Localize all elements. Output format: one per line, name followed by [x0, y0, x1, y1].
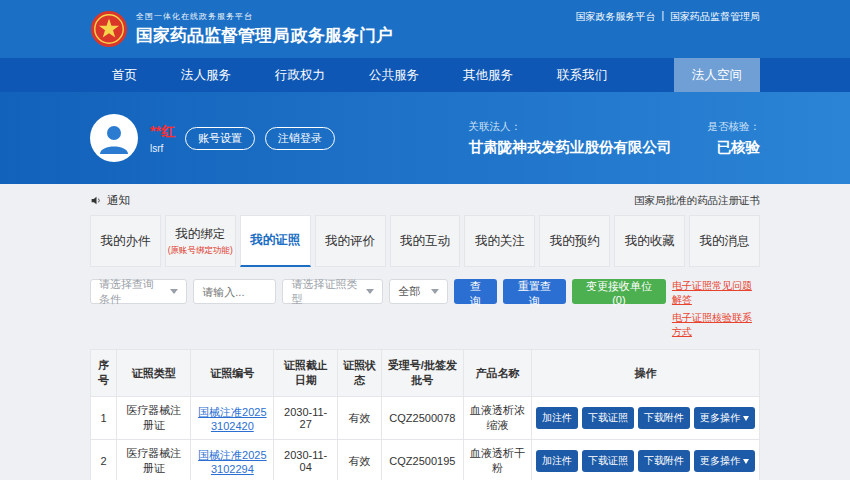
cert-status: 有效 — [337, 440, 381, 480]
notice-link[interactable]: 国家局批准的药品注册证书 — [634, 194, 760, 208]
accept-number: CQZ2500078 — [381, 397, 463, 440]
link-national-gov-platform[interactable]: 国家政务服务平台 — [575, 10, 655, 24]
avatar — [90, 114, 138, 162]
cert-expiry: 2030-11-04 — [274, 440, 337, 480]
cert-number-link[interactable]: 国械注准20253102294 — [198, 449, 266, 475]
keyword-input[interactable] — [202, 286, 267, 298]
nav-item-legal-services[interactable]: 法人服务 — [159, 58, 253, 92]
filter-bar: 请选择查询条件 请选择证照类型 全部 查询 重置查询 变更接收单位(0) 电子证… — [90, 279, 760, 339]
cert-faq-link[interactable]: 电子证照常见问题解答 — [672, 279, 760, 307]
user-login-id: lsrf — [150, 143, 175, 154]
cert-verify-contact-link[interactable]: 电子证照核验联系方式 — [672, 311, 760, 339]
verify-label: 是否核验： — [708, 120, 761, 134]
cert-number-link[interactable]: 国械注准20253102420 — [198, 406, 266, 432]
company-name: 甘肃陇神戎发药业股份有限公司 — [469, 138, 672, 157]
table-row: 1 医疗器械注册证 国械注准20253102420 2030-11-27 有效 … — [91, 397, 760, 440]
tab-my-appointments[interactable]: 我的预约 — [539, 215, 610, 267]
product-name: 血液透析浓缩液 — [463, 397, 531, 440]
keyword-input-wrap — [193, 279, 276, 304]
cert-type: 医疗器械注册证 — [117, 440, 191, 480]
speaker-icon — [90, 194, 103, 207]
site-header: 全国一体化在线政务服务平台 国家药品监督管理局政务服务门户 国家政务服务平台 |… — [0, 0, 850, 58]
reset-query-button[interactable]: 重置查询 — [503, 279, 566, 304]
download-attachment-button[interactable]: 下载附件 — [638, 407, 690, 429]
cert-type-select[interactable]: 请选择证照类型 — [282, 279, 383, 304]
cert-status: 有效 — [337, 397, 381, 440]
nav-item-contact[interactable]: 联系我们 — [535, 58, 629, 92]
more-actions-button[interactable]: 更多操作 — [694, 450, 755, 472]
download-cert-button[interactable]: 下载证照 — [582, 450, 634, 472]
change-receiver-button[interactable]: 变更接收单位(0) — [572, 279, 666, 304]
tab-bar: 我的办件 我的绑定 (原账号绑定功能) 我的证照 我的评价 我的互动 我的关注 … — [90, 215, 760, 267]
portal-name: 政务服务门户 — [291, 26, 393, 45]
verify-status: 已核验 — [708, 138, 761, 157]
tab-my-interactions[interactable]: 我的互动 — [390, 215, 461, 267]
query-button[interactable]: 查询 — [454, 279, 497, 304]
nav-item-public-services[interactable]: 公共服务 — [347, 58, 441, 92]
chevron-down-icon — [431, 289, 439, 294]
download-cert-button[interactable]: 下载证照 — [582, 407, 634, 429]
row-index: 2 — [91, 440, 117, 480]
chevron-down-icon — [170, 289, 178, 294]
tab-my-reviews[interactable]: 我的评价 — [315, 215, 386, 267]
annotate-button[interactable]: 加注件 — [536, 407, 578, 429]
notice-row: 通知 国家局批准的药品注册证书 — [90, 184, 760, 215]
status-select[interactable]: 全部 — [389, 279, 448, 304]
legal-person-space-button[interactable]: 法人空间 — [674, 58, 760, 92]
accept-number: CQZ2500195 — [381, 440, 463, 480]
site-title: 国家药品监督管理局政务服务门户 — [136, 24, 393, 47]
nav-item-home[interactable]: 首页 — [90, 58, 159, 92]
related-legal-label: 关联法人： — [469, 120, 672, 134]
chevron-down-icon — [743, 459, 749, 464]
national-emblem-logo — [90, 10, 128, 48]
link-separator: | — [661, 10, 664, 21]
nav-item-other-services[interactable]: 其他服务 — [441, 58, 535, 92]
tab-my-binding-subnote: (原账号绑定功能) — [168, 245, 233, 257]
nav-item-admin-power[interactable]: 行政权力 — [253, 58, 347, 92]
certificates-table: 序号 证照类型 证照编号 证照截止日期 证照状态 受理号/批签发批号 产品名称 … — [90, 349, 760, 480]
account-settings-button[interactable]: 账号设置 — [185, 127, 255, 150]
cert-expiry: 2030-11-27 — [274, 397, 337, 440]
table-header-row: 序号 证照类型 证照编号 证照截止日期 证照状态 受理号/批签发批号 产品名称 … — [91, 350, 760, 397]
link-nmpa[interactable]: 国家药品监督管理局 — [670, 10, 760, 24]
tab-my-binding[interactable]: 我的绑定 (原账号绑定功能) — [165, 215, 236, 267]
tab-my-certificates[interactable]: 我的证照 — [240, 215, 311, 267]
annotate-button[interactable]: 加注件 — [536, 450, 578, 472]
table-row: 2 医疗器械注册证 国械注准20253102294 2030-11-04 有效 … — [91, 440, 760, 480]
org-name: 国家药品监督管理局 — [136, 26, 289, 45]
main-nav: 首页 法人服务 行政权力 公共服务 其他服务 联系我们 法人空间 — [0, 58, 850, 92]
tab-my-cases[interactable]: 我的办件 — [90, 215, 161, 267]
user-banner: **红 lsrf 账号设置 注销登录 关联法人： 甘肃陇神戎发药业股份有限公司 … — [0, 92, 850, 184]
tab-my-follows[interactable]: 我的关注 — [464, 215, 535, 267]
tab-my-messages[interactable]: 我的消息 — [689, 215, 760, 267]
platform-tagline: 全国一体化在线政务服务平台 — [136, 11, 393, 22]
notice-label: 通知 — [107, 193, 130, 208]
product-name: 血液透析干粉 — [463, 440, 531, 480]
cert-type: 医疗器械注册证 — [117, 397, 191, 440]
chevron-down-icon — [743, 416, 749, 421]
tab-my-favorites[interactable]: 我的收藏 — [614, 215, 685, 267]
more-actions-button[interactable]: 更多操作 — [694, 407, 755, 429]
chevron-down-icon — [366, 289, 374, 294]
download-attachment-button[interactable]: 下载附件 — [638, 450, 690, 472]
query-condition-select[interactable]: 请选择查询条件 — [90, 279, 187, 304]
brand: 全国一体化在线政务服务平台 国家药品监督管理局政务服务门户 — [90, 10, 393, 48]
header-links: 国家政务服务平台 | 国家药品监督管理局 — [575, 10, 760, 24]
logout-button[interactable]: 注销登录 — [265, 127, 335, 150]
content-area: 通知 国家局批准的药品注册证书 我的办件 我的绑定 (原账号绑定功能) 我的证照… — [0, 184, 850, 480]
user-display-name: **红 — [150, 123, 175, 141]
row-index: 1 — [91, 397, 117, 440]
